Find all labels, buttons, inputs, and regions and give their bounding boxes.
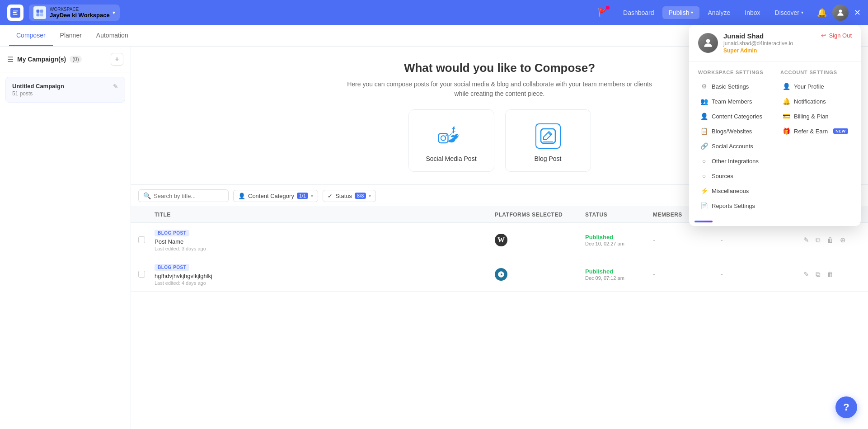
row1-status: Published [585,234,653,240]
row1-checkbox[interactable] [138,236,145,243]
row1-edited: Last edited: 3 days ago [155,246,495,251]
tab-composer[interactable]: Composer [9,25,53,46]
app-logo[interactable] [7,5,23,21]
social-media-post-card[interactable]: f Social Media Post [408,109,494,172]
tab-automation[interactable]: Automation [89,25,136,46]
campaign-name: Untitled Campaign [12,83,64,90]
row2-checkbox[interactable] [138,271,145,278]
row1-delete-icon[interactable]: 🗑 [826,235,835,245]
close-button[interactable]: ✕ [854,8,861,18]
left-sidebar: ☰ My Campaign(s) (0) + Untitled Campaign… [0,47,131,429]
row1-post-name[interactable]: Post Name [155,238,495,245]
your-profile-icon: 👤 [782,83,790,90]
notifications-label: Notifications [794,98,826,105]
svg-text:f: f [452,125,455,135]
row1-status-date: Dec 10, 02:27 am [585,241,653,246]
content-category-count: 1/1 [297,193,308,199]
campaign-item[interactable]: Untitled Campaign 51 posts ✎ [5,77,125,103]
sidebar-title: My Campaign(s) [17,56,66,63]
row2-platforms-cell [495,268,585,281]
billing-plan-label: Billing & Plan [794,113,829,120]
flag-button[interactable]: 🚩 [598,8,608,18]
menu-sources[interactable]: ○ Sources [694,169,773,183]
row2-type-badge: BLOG POST [155,264,189,271]
status-check-icon: ✓ [328,193,333,199]
campaign-posts: 51 posts [12,90,64,97]
workspace-selector[interactable]: WORKSPACE JayDee ki Workspace ▾ [29,5,120,21]
menu-refer-earn[interactable]: 🎁 Refer & Earn NEW [777,124,855,138]
nav-analyze[interactable]: Analyze [701,6,737,19]
menu-team-members[interactable]: 👥 Team Members [694,94,773,108]
search-input[interactable] [154,193,224,199]
svg-point-8 [446,134,447,136]
menu-other-integrations[interactable]: ○ Other Integrations [694,154,773,168]
menu-miscellaneous[interactable]: ⚡ Miscellaneous [694,184,773,198]
search-icon: 🔍 [143,192,151,199]
team-members-icon: 👥 [700,98,708,105]
menu-your-profile[interactable]: 👤 Your Profile [777,79,855,94]
row1-checkbox-cell[interactable] [138,236,155,243]
menu-blogs-websites[interactable]: 📋 Blogs/Websites [694,124,773,138]
row2-title-cell: BLOG POST hgfhdvjhvkjhgvlkjlghlkj Last e… [155,263,495,286]
content-category-filter[interactable]: 👤 Content Category 1/1 ▾ [233,190,318,202]
add-campaign-button[interactable]: + [111,53,123,66]
workspace-name: JayDee ki Workspace [50,12,110,19]
miscellaneous-icon: ⚡ [700,187,708,194]
nav-publish[interactable]: Publish ▾ [662,6,700,19]
row1-move-icon[interactable]: ⊕ [839,235,847,245]
svg-rect-2 [40,9,43,13]
blogs-websites-label: Blogs/Websites [712,128,752,135]
social-media-icon: f [418,123,485,150]
content-categories-icon: 👤 [700,113,708,120]
row2-actions: ✎ ⧉ 🗑 [802,269,861,280]
signout-button[interactable]: ↩ Sign Out [821,32,852,39]
nav-links: Dashboard Publish ▾ Analyze Inbox Discov… [617,6,810,19]
content-category-label: Content Category [248,193,294,199]
content-category-icon: 👤 [238,193,245,199]
menu-billing-plan[interactable]: 💳 Billing & Plan [777,109,855,123]
menu-notifications[interactable]: 🔔 Notifications [777,94,855,108]
menu-content-categories[interactable]: 👤 Content Categories [694,109,773,123]
campaign-edit-icon[interactable]: ✎ [113,83,118,90]
row1-copy-icon[interactable]: ⧉ [814,235,822,245]
workspace-settings-title: Workspace Settings [693,67,775,79]
notifications-icon: 🔔 [782,98,790,105]
row1-platform-icon: W [495,234,507,246]
help-button[interactable]: ? [835,396,857,418]
tab-planner[interactable]: Planner [53,25,89,46]
refer-earn-label: Refer & Earn [794,128,828,135]
row2-post-name[interactable]: hgfhdvjhvkjhgvlkjlghlkj [155,273,495,279]
svg-point-5 [839,9,842,13]
row1-members: - [653,236,721,244]
sources-icon: ○ [700,172,708,179]
nav-dashboard[interactable]: Dashboard [617,6,661,19]
posts-table: Title Platforms Selected Status Members … [131,207,868,429]
user-avatar[interactable] [832,5,849,21]
row1-type-badge: BLOG POST [155,230,189,236]
svg-rect-10 [541,129,555,143]
social-accounts-icon: 🔗 [700,142,708,150]
nav-inbox[interactable]: Inbox [738,6,766,19]
workspace-icon [33,6,46,19]
row2-status: Published [585,268,653,275]
row2-edit-icon[interactable]: ✎ [802,269,811,280]
reports-settings-icon: 📄 [700,202,708,209]
row1-edit-icon[interactable]: ✎ [802,235,811,245]
team-members-label: Team Members [712,98,752,105]
status-label: Status [335,193,352,199]
menu-social-accounts[interactable]: 🔗 Social Accounts [694,139,773,153]
notifications-bell[interactable]: 🔔 [817,8,827,18]
row2-status-date: Dec 09, 07:12 am [585,275,653,281]
account-settings-title: Account Settings [775,67,857,79]
row2-copy-icon[interactable]: ⧉ [814,269,822,280]
status-filter[interactable]: ✓ Status 8/8 ▾ [323,190,376,202]
blog-post-card[interactable]: Blog Post [505,109,591,172]
row2-checkbox-cell[interactable] [138,271,155,278]
menu-basic-settings[interactable]: ⚙ Basic Settings [694,79,773,94]
your-profile-label: Your Profile [794,83,824,90]
sidebar-header: ☰ My Campaign(s) (0) + [0,47,131,72]
menu-reports-settings[interactable]: 📄 Reports Settings [694,198,773,213]
nav-discover[interactable]: Discover ▾ [769,6,810,19]
col-status: Status [585,212,653,218]
row2-delete-icon[interactable]: 🗑 [826,269,835,279]
